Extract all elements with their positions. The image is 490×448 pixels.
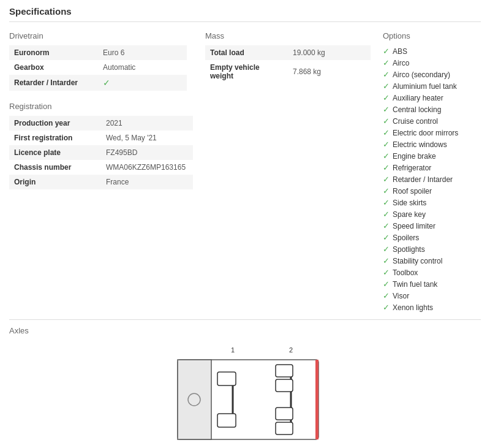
- option-item-3: ✓Aluminium fuel tank: [383, 80, 481, 92]
- option-item-8: ✓Electric windows: [383, 139, 481, 150]
- reg-label-3: Chassis number: [9, 160, 101, 175]
- check-icon: ✓: [103, 78, 110, 88]
- option-label: Side skirts: [393, 199, 426, 207]
- option-label: Spare key: [393, 210, 426, 219]
- option-check-icon: ✓: [383, 105, 390, 114]
- option-label: Visor: [393, 292, 409, 300]
- drivetrain-label-0: Euronorm: [9, 45, 98, 60]
- option-check-icon: ✓: [383, 47, 390, 56]
- option-label: Stability control: [393, 257, 442, 265]
- option-check-icon: ✓: [383, 198, 390, 207]
- option-label: Roof spoiler: [393, 187, 432, 196]
- reg-value-0: 2021: [101, 116, 193, 131]
- option-label: Auxiliary heater: [393, 94, 443, 102]
- option-item-12: ✓Roof spoiler: [383, 185, 481, 197]
- option-item-11: ✓Retarder / Intarder: [383, 173, 481, 185]
- mass-table: Total load19.000 kgEmpty vehicle weight7…: [205, 45, 371, 83]
- mass-section: Mass Total load19.000 kgEmpty vehicle we…: [205, 31, 371, 313]
- reg-label-1: First registration: [9, 131, 101, 145]
- option-label: Spoilers: [393, 233, 419, 242]
- option-item-0: ✓ABS: [383, 45, 481, 57]
- reg-value-2: FZ495BD: [101, 145, 193, 160]
- mass-value-0: 19.000 kg: [288, 45, 371, 60]
- truck-svg: 1 2: [159, 341, 331, 446]
- option-check-icon: ✓: [383, 116, 390, 126]
- option-item-17: ✓Spotlights: [383, 243, 481, 255]
- reg-value-4: France: [101, 175, 193, 189]
- drivetrain-table: EuronormEuro 6GearboxAutomaticRetarder /…: [9, 45, 187, 91]
- option-item-16: ✓Spoilers: [383, 232, 481, 243]
- drivetrain-label-1: Gearbox: [9, 60, 98, 75]
- drivetrain-value-2: ✓: [98, 75, 187, 91]
- option-item-9: ✓Engine brake: [383, 150, 481, 162]
- svg-rect-3: [178, 360, 211, 439]
- svg-rect-10: [276, 379, 293, 392]
- option-item-19: ✓Toolbox: [383, 267, 481, 278]
- option-check-icon: ✓: [383, 268, 390, 277]
- option-label: Xenon lights: [393, 303, 433, 312]
- options-list: ✓ABS✓Airco✓Airco (secondary)✓Aluminium f…: [383, 45, 481, 313]
- option-check-icon: ✓: [383, 175, 390, 184]
- option-label: Central locking: [393, 105, 441, 114]
- option-label: Twin fuel tank: [393, 280, 437, 289]
- option-label: Aluminium fuel tank: [393, 82, 457, 91]
- option-check-icon: ✓: [383, 128, 390, 137]
- axles-title: Axles: [9, 319, 481, 335]
- option-check-icon: ✓: [383, 245, 390, 254]
- options-section: Options ✓ABS✓Airco✓Airco (secondary)✓Alu…: [383, 31, 481, 313]
- options-title: Options: [383, 31, 481, 40]
- svg-text:2: 2: [289, 346, 293, 354]
- reg-value-3: WMA06KZZ6MP163165: [101, 160, 193, 175]
- truck-diagram: 1 2: [9, 341, 481, 446]
- option-check-icon: ✓: [383, 303, 390, 312]
- option-label: Retarder / Intarder: [393, 175, 453, 184]
- drivetrain-title: Drivetrain: [9, 31, 187, 40]
- option-check-icon: ✓: [383, 82, 390, 91]
- svg-rect-9: [276, 365, 293, 377]
- option-check-icon: ✓: [383, 221, 390, 230]
- option-item-10: ✓Refrigerator: [383, 162, 481, 173]
- registration-table: Production year2021First registrationWed…: [9, 116, 193, 189]
- reg-label-4: Origin: [9, 175, 101, 189]
- option-check-icon: ✓: [383, 256, 390, 265]
- mass-value-1: 7.868 kg: [288, 60, 371, 83]
- reg-label-2: Licence plate: [9, 145, 101, 160]
- svg-rect-4: [315, 360, 318, 439]
- option-item-13: ✓Side skirts: [383, 197, 481, 208]
- option-item-7: ✓Electric door mirrors: [383, 127, 481, 139]
- option-label: Electric door mirrors: [393, 129, 458, 137]
- drivetrain-label-2: Retarder / Intarder: [9, 75, 98, 91]
- option-label: Electric windows: [393, 140, 447, 149]
- registration-title: Registration: [9, 102, 193, 111]
- option-item-14: ✓Spare key: [383, 208, 481, 220]
- option-label: Spotlights: [393, 245, 425, 254]
- option-label: Toolbox: [393, 268, 418, 277]
- mass-title: Mass: [205, 31, 371, 40]
- option-item-20: ✓Twin fuel tank: [383, 278, 481, 290]
- option-check-icon: ✓: [383, 186, 390, 196]
- option-item-5: ✓Central locking: [383, 104, 481, 115]
- svg-rect-6: [217, 372, 236, 385]
- option-label: Refrigerator: [393, 164, 431, 172]
- option-label: Engine brake: [393, 152, 436, 161]
- option-item-22: ✓Xenon lights: [383, 302, 481, 313]
- option-item-15: ✓Speed limiter: [383, 220, 481, 232]
- registration-section: Registration Production year2021First re…: [9, 102, 193, 189]
- svg-rect-11: [276, 408, 293, 420]
- reg-label-0: Production year: [9, 116, 101, 131]
- option-label: Airco: [393, 59, 409, 67]
- page-title: Specifications: [9, 6, 481, 22]
- option-item-21: ✓Visor: [383, 290, 481, 302]
- mass-label-1: Empty vehicle weight: [205, 60, 288, 83]
- option-item-2: ✓Airco (secondary): [383, 69, 481, 80]
- page-container: Specifications Drivetrain EuronormEuro 6…: [0, 0, 490, 448]
- option-check-icon: ✓: [383, 93, 390, 102]
- mass-label-0: Total load: [205, 45, 288, 60]
- option-check-icon: ✓: [383, 151, 390, 161]
- drivetrain-value-0: Euro 6: [98, 45, 187, 60]
- option-check-icon: ✓: [383, 291, 390, 300]
- option-item-4: ✓Auxiliary heater: [383, 92, 481, 104]
- option-item-1: ✓Airco: [383, 57, 481, 69]
- option-check-icon: ✓: [383, 58, 390, 67]
- option-label: Cruise control: [393, 117, 438, 126]
